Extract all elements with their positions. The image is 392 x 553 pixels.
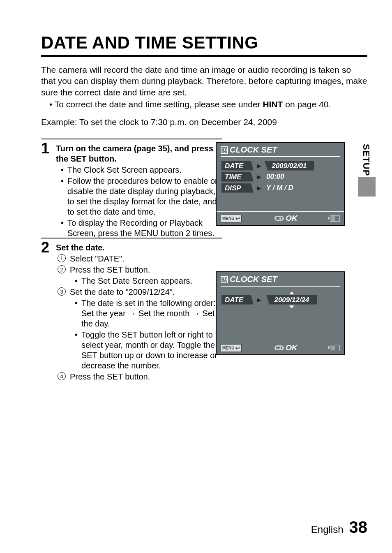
intro-bullet-prefix: • To correct the date and time setting, … [49,99,263,109]
menu-chip: MENU ↩ [221,215,242,222]
section-tab: SETUP [361,144,371,176]
return-icon: ↩ [235,215,240,222]
step-2-item-3-sub2: Toggle the SET button left or right to s… [70,330,222,371]
play-right-icon: ▶ [257,162,261,169]
step-1-bullet-2: Follow the procedures below to enable or… [56,176,222,217]
lcd2-title: CLOCK SET [230,275,277,284]
play-right-icon: ▶ [257,296,261,303]
lcd1-disp-label: DISP [221,183,254,193]
intro-bullet-bold: HINT [263,99,283,109]
lcd-screen-1: CLOCK SET DATE ▶ 2009/02/01 TIME ▶ 00:00… [216,142,345,226]
step-2-item-1-text: Select "DATE". [70,254,125,263]
menu-chip-label: MENU [222,346,234,350]
triangle-up-icon [289,292,294,294]
clock-icon [221,146,228,154]
lcd1-date-label: DATE [221,161,254,171]
ok-label: SET OK [274,343,297,352]
step-2: 2 Set the date. 1Select "DATE". 2Press t… [41,238,222,382]
step-1-bullet-3: To display the Recording or Playback Scr… [56,218,222,238]
step-1-head: Turn on the camera (page 35), and press … [56,143,222,164]
step-2-item-3-sub1: The date is set in the following order: … [70,298,222,329]
step-2-item-3: 3Set the date to "2009/12/24". The date … [56,287,222,371]
intro-bullet-suffix: on page 40. [283,99,331,109]
step-2-item-3-text: Set the date to "2009/12/24". [70,287,175,296]
footer-language: English [311,524,344,535]
battery-icon [330,215,340,222]
intro-paragraph: The camera will record the date and time… [41,64,367,98]
lcd1-date-value: 2009/02/01 [265,161,314,171]
intro-bullet: • To correct the date and time setting, … [49,99,367,110]
step-2-item-4-text: Press the SET button. [70,372,150,381]
step-2-item-2: 2Press the SET button. The Set Date Scre… [56,265,222,286]
step-2-item-2-text: Press the SET button. [70,265,150,274]
return-icon: ↩ [235,345,240,351]
lcd2-date-value: 2009/12/24 [266,295,317,305]
ok-text: OK [286,214,297,223]
set-badge: SET [274,216,284,221]
battery-icon [330,345,340,351]
step-2-item-2-sub: The Set Date Screen appears. [70,276,222,286]
section-tab-thumb [358,177,376,197]
lcd-screen-2: CLOCK SET DATE ▶ 2009/12/24 MENU ↩ SET O… [216,271,345,355]
step-1: 1 Turn on the camera (page 35), and pres… [41,139,222,238]
step-2-item-4: 4Press the SET button. [56,372,222,382]
step-1-bullet-1: The Clock Set Screen appears. [56,165,222,175]
lcd1-title: CLOCK SET [230,145,277,155]
play-right-icon: ▶ [257,174,261,180]
set-badge: SET [274,345,284,350]
triangle-down-icon [289,305,294,308]
footer-page-number: 38 [349,518,368,537]
menu-chip: MENU ↩ [221,344,242,352]
step-2-number: 2 [41,240,56,255]
lcd1-time-value: 00:00 [265,173,284,181]
page-heading: DATE AND TIME SETTING [41,33,367,57]
ok-label: SET OK [274,214,297,223]
step-1-number: 1 [41,141,56,156]
menu-chip-label: MENU [222,216,234,221]
lcd1-time-label: TIME [221,172,254,182]
clock-icon [221,276,228,283]
step-2-head: Set the date. [56,243,222,253]
lcd1-disp-value: Y / M / D [265,184,293,192]
play-right-icon: ▶ [257,185,261,191]
step-2-item-1: 1Select "DATE". [56,254,222,264]
lcd2-date-label: DATE [221,295,254,305]
ok-text: OK [286,343,297,352]
page-footer: English 38 [311,518,367,537]
example-line: Example: To set the clock to 7:30 p.m. o… [41,117,367,127]
